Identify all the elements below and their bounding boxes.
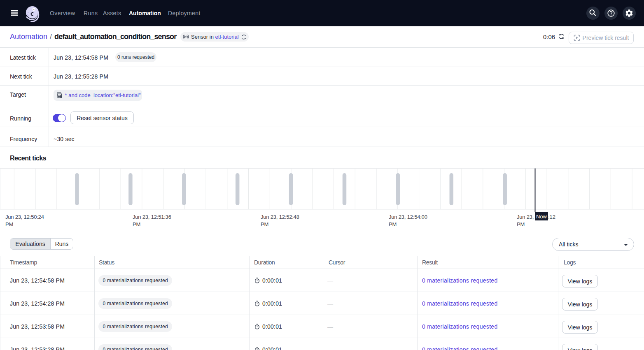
svg-text:Jun 23, 12:54:00: Jun 23, 12:54:00 <box>389 214 427 220</box>
svg-text:Jun 23, 12:51:36: Jun 23, 12:51:36 <box>133 214 171 220</box>
svg-text:Now: Now <box>536 213 547 220</box>
svg-text:Jun 23, 12:52:48: Jun 23, 12:52:48 <box>261 214 299 220</box>
svg-text:PM: PM <box>261 221 268 227</box>
svg-text:PM: PM <box>389 221 397 227</box>
svg-text:PM: PM <box>517 221 525 227</box>
svg-text:PM: PM <box>133 221 140 227</box>
svg-text:Jun 23, 12:50:24: Jun 23, 12:50:24 <box>5 214 44 220</box>
svg-text:PM: PM <box>5 221 13 227</box>
